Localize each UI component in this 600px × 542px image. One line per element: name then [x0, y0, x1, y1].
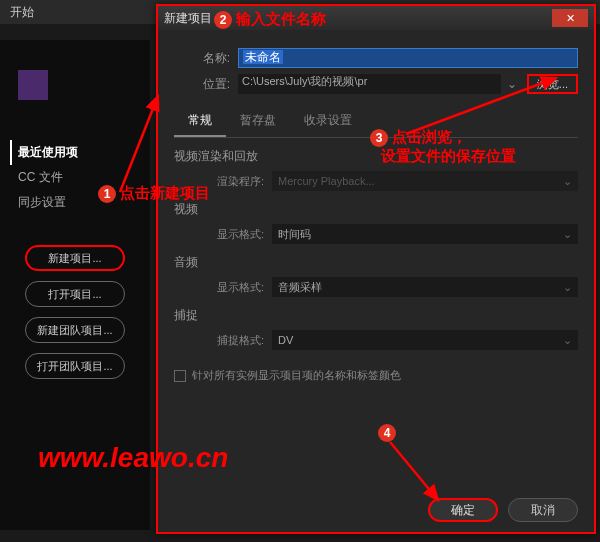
dialog-title: 新建项目	[164, 10, 212, 27]
video-format-label: 显示格式:	[194, 227, 264, 242]
video-format-select[interactable]: 时间码⌄	[272, 224, 578, 244]
audio-format-select[interactable]: 音频采样⌄	[272, 277, 578, 297]
capture-format-label: 捕捉格式:	[194, 333, 264, 348]
close-button[interactable]: ✕	[552, 9, 588, 27]
sidebar-item-sync[interactable]: 同步设置	[18, 190, 140, 215]
sidebar-item-recent[interactable]: 最近使用项	[10, 140, 140, 165]
name-input[interactable]: 未命名	[238, 48, 578, 68]
sidebar-buttons: 新建项目... 打开项目... 新建团队项目... 打开团队项目...	[10, 245, 140, 379]
sidebar-list: 最近使用项 CC 文件 同步设置	[18, 140, 140, 215]
capture-format-select[interactable]: DV⌄	[272, 330, 578, 350]
location-input[interactable]: C:\Users\July\我的视频\pr	[238, 74, 501, 94]
name-label: 名称:	[174, 50, 230, 67]
section-audio-title: 音频	[174, 254, 578, 271]
new-project-dialog: 新建项目 ✕ 名称: 未命名 位置: C:\Users\July\我的视频\pr…	[156, 4, 596, 534]
location-label: 位置:	[174, 76, 230, 93]
ok-button[interactable]: 确定	[428, 498, 498, 522]
display-name-checkbox[interactable]	[174, 370, 186, 382]
section-video-title: 视频	[174, 201, 578, 218]
start-sidebar: 最近使用项 CC 文件 同步设置 新建项目... 打开项目... 新建团队项目.…	[0, 40, 150, 530]
menu-start[interactable]: 开始	[10, 5, 34, 19]
tab-scratch[interactable]: 暂存盘	[226, 106, 290, 137]
dialog-tabs: 常规 暂存盘 收录设置	[174, 106, 578, 138]
browse-button[interactable]: 浏览...	[527, 74, 578, 94]
dialog-titlebar: 新建项目 ✕	[158, 6, 594, 30]
open-project-button[interactable]: 打开项目...	[25, 281, 125, 307]
renderer-label: 渲染程序:	[194, 174, 264, 189]
section-render-title: 视频渲染和回放	[174, 148, 578, 165]
dialog-body: 名称: 未命名 位置: C:\Users\July\我的视频\pr ⌄ 浏览..…	[158, 30, 594, 413]
tab-general[interactable]: 常规	[174, 106, 226, 137]
chevron-down-icon[interactable]: ⌄	[501, 77, 523, 91]
audio-format-label: 显示格式:	[194, 280, 264, 295]
checkbox-label: 针对所有实例显示项目项的名称和标签颜色	[192, 368, 401, 383]
new-project-button[interactable]: 新建项目...	[25, 245, 125, 271]
section-capture-title: 捕捉	[174, 307, 578, 324]
new-team-project-button[interactable]: 新建团队项目...	[25, 317, 125, 343]
renderer-select[interactable]: Mercury Playback...⌄	[272, 171, 578, 191]
app-logo	[18, 70, 48, 100]
cancel-button[interactable]: 取消	[508, 498, 578, 522]
tab-ingest[interactable]: 收录设置	[290, 106, 366, 137]
sidebar-item-ccfiles[interactable]: CC 文件	[18, 165, 140, 190]
open-team-project-button[interactable]: 打开团队项目...	[25, 353, 125, 379]
dialog-footer: 确定 取消	[428, 498, 578, 522]
display-name-checkbox-row: 针对所有实例显示项目项的名称和标签颜色	[174, 368, 578, 383]
